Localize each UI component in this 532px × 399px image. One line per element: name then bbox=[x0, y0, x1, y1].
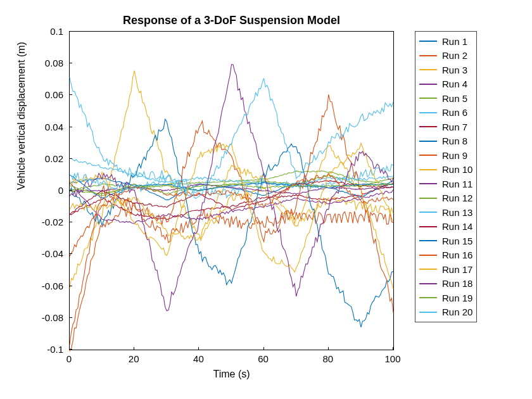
legend-label: Run 6 bbox=[442, 107, 467, 118]
legend-item: Run 3 bbox=[419, 63, 472, 77]
y-tick-label: 0.02 bbox=[45, 153, 63, 163]
legend-item: Run 5 bbox=[419, 91, 472, 106]
legend-item: Run 4 bbox=[419, 77, 472, 92]
legend-item: Run 17 bbox=[419, 262, 472, 277]
y-tick bbox=[69, 222, 72, 222]
x-tick-label: 0 bbox=[66, 353, 72, 364]
y-tick bbox=[69, 190, 72, 191]
legend-label: Run 13 bbox=[442, 207, 472, 218]
y-tick bbox=[69, 349, 72, 350]
legend-swatch bbox=[419, 69, 437, 70]
legend-label: Run 1 bbox=[442, 36, 467, 47]
y-tick bbox=[69, 253, 72, 254]
legend: Run 1Run 2Run 3Run 4Run 5Run 6Run 7Run 8… bbox=[415, 31, 477, 322]
legend-item: Run 9 bbox=[419, 148, 472, 163]
legend-swatch bbox=[419, 41, 437, 42]
legend-item: Run 18 bbox=[419, 277, 472, 291]
x-tick bbox=[263, 347, 264, 350]
legend-swatch bbox=[419, 255, 437, 256]
legend-item: Run 7 bbox=[419, 120, 472, 134]
series-line bbox=[70, 119, 393, 327]
legend-label: Run 4 bbox=[442, 79, 467, 89]
legend-label: Run 20 bbox=[442, 307, 472, 317]
x-tick bbox=[198, 347, 199, 350]
y-tick-label: -0.04 bbox=[42, 248, 63, 259]
y-tick-label: 0.06 bbox=[45, 89, 63, 100]
y-tick-label: 0.1 bbox=[50, 26, 63, 37]
y-tick bbox=[69, 317, 72, 318]
legend-item: Run 19 bbox=[419, 291, 472, 305]
legend-swatch bbox=[419, 169, 437, 170]
y-tick-label: 0.08 bbox=[45, 58, 63, 68]
x-tick-label: 100 bbox=[384, 353, 400, 364]
y-tick bbox=[69, 31, 72, 32]
x-tick-label: 40 bbox=[193, 353, 204, 364]
legend-label: Run 2 bbox=[442, 50, 467, 61]
y-tick-label: -0.06 bbox=[42, 280, 63, 291]
legend-label: Run 7 bbox=[442, 122, 467, 132]
chart-figure: Response of a 3-DoF Suspension Model Veh… bbox=[0, 0, 532, 399]
legend-item: Run 20 bbox=[419, 305, 472, 320]
legend-label: Run 9 bbox=[442, 150, 467, 161]
y-tick bbox=[69, 94, 72, 95]
y-axis-label: Vehicle vertical displacement (m) bbox=[16, 42, 27, 190]
legend-swatch bbox=[419, 212, 437, 213]
legend-swatch bbox=[419, 312, 437, 313]
legend-swatch bbox=[419, 198, 437, 199]
legend-label: Run 16 bbox=[442, 250, 472, 260]
legend-item: Run 10 bbox=[419, 163, 472, 177]
legend-swatch bbox=[419, 226, 437, 227]
legend-item: Run 16 bbox=[419, 248, 472, 263]
y-tick-label: -0.1 bbox=[47, 344, 63, 355]
legend-item: Run 2 bbox=[419, 49, 472, 63]
legend-swatch bbox=[419, 240, 437, 241]
legend-swatch bbox=[419, 55, 437, 56]
x-axis-label: Time (s) bbox=[69, 369, 394, 380]
legend-label: Run 10 bbox=[442, 164, 472, 175]
legend-swatch bbox=[419, 183, 437, 184]
legend-item: Run 15 bbox=[419, 234, 472, 248]
legend-label: Run 11 bbox=[442, 179, 472, 189]
legend-label: Run 14 bbox=[442, 221, 472, 232]
legend-item: Run 12 bbox=[419, 191, 472, 206]
legend-label: Run 3 bbox=[442, 65, 467, 75]
legend-item: Run 11 bbox=[419, 177, 472, 191]
y-tick-label: -0.08 bbox=[42, 312, 63, 322]
y-tick bbox=[69, 158, 72, 159]
x-tick-label: 60 bbox=[258, 353, 269, 364]
legend-label: Run 12 bbox=[442, 193, 472, 203]
y-tick-label: -0.02 bbox=[42, 217, 63, 227]
y-tick bbox=[69, 127, 72, 127]
x-tick-label: 80 bbox=[322, 353, 333, 364]
legend-item: Run 8 bbox=[419, 134, 472, 149]
legend-swatch bbox=[419, 112, 437, 113]
y-tick-label: 0 bbox=[58, 185, 63, 196]
legend-swatch bbox=[419, 155, 437, 156]
legend-swatch bbox=[419, 98, 437, 99]
legend-swatch bbox=[419, 84, 437, 85]
series-line bbox=[70, 203, 393, 351]
y-tick-label: 0.04 bbox=[45, 121, 63, 132]
y-tick bbox=[69, 63, 72, 63]
legend-label: Run 17 bbox=[442, 264, 472, 275]
legend-item: Run 14 bbox=[419, 220, 472, 234]
chart-title: Response of a 3-DoF Suspension Model bbox=[69, 14, 394, 27]
legend-item: Run 1 bbox=[419, 34, 472, 49]
x-tick bbox=[328, 347, 329, 350]
legend-label: Run 5 bbox=[442, 93, 467, 104]
legend-label: Run 8 bbox=[442, 136, 467, 146]
legend-swatch bbox=[419, 126, 437, 127]
legend-swatch bbox=[419, 269, 437, 270]
x-tick bbox=[393, 347, 393, 350]
legend-label: Run 19 bbox=[442, 293, 472, 303]
legend-swatch bbox=[419, 283, 437, 284]
legend-swatch bbox=[419, 141, 437, 142]
y-tick bbox=[69, 286, 72, 286]
legend-swatch bbox=[419, 297, 437, 298]
legend-label: Run 18 bbox=[442, 278, 472, 289]
legend-item: Run 6 bbox=[419, 106, 472, 120]
x-tick bbox=[134, 347, 134, 350]
chart-lines bbox=[70, 32, 393, 350]
legend-item: Run 13 bbox=[419, 205, 472, 220]
legend-label: Run 15 bbox=[442, 236, 472, 246]
